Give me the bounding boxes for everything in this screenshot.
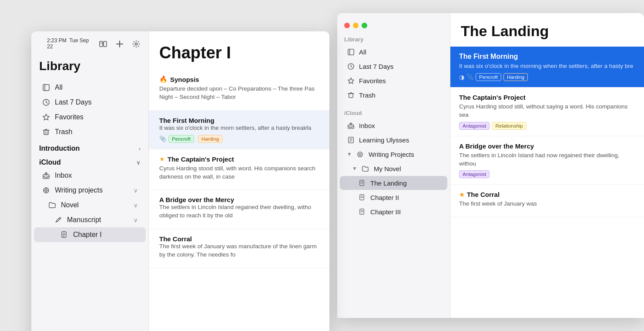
right-sidebar-chapter3[interactable]: Chapter III: [340, 205, 447, 219]
right-entry-first-morning[interactable]: The First Morning It was six o'clock in …: [450, 47, 644, 88]
add-icon[interactable]: [115, 40, 124, 48]
captains-header: ★ The Captain's Project: [159, 155, 319, 163]
right-corral-title: The Corral: [467, 191, 500, 198]
right-sidebar-mynovel[interactable]: ▼ My Novel: [340, 162, 447, 176]
first-morning-entry[interactable]: The First Morning It was six o'clock in …: [149, 111, 329, 149]
right-thelanding-label: The Landing: [370, 179, 406, 187]
right-entry-captains-project[interactable]: The Captain's Project Cyrus Harding stoo…: [450, 88, 644, 136]
book-icon: [347, 48, 355, 56]
writingprojects-label: Writing projects: [55, 186, 103, 194]
corral-title: The Corral: [159, 235, 319, 243]
svg-marker-11: [43, 114, 49, 120]
chapter1-label: Chapter I: [73, 231, 102, 239]
right-mynovel-label: My Novel: [374, 165, 401, 172]
right-main-panel: The Landing The First Morning It was six…: [450, 13, 644, 318]
right-sidebar: Library All Last 7 Days Favorites Trash: [337, 13, 450, 318]
right-library-label: Library: [337, 32, 450, 44]
star-outline-icon: [42, 113, 50, 122]
icloud-label: iCloud: [39, 159, 61, 166]
captains-body: Cyrus Harding stood still, with word. Hi…: [159, 165, 319, 181]
sidebar-item-all[interactable]: All: [34, 80, 146, 95]
clock-icon: [347, 62, 355, 70]
circle-progress-icon: ◑: [459, 74, 464, 81]
right-corral-body: The first week of January was: [459, 200, 635, 208]
captains-title: The Captain's Project: [168, 155, 234, 163]
right-learningulysses-label: Learning Ulysses: [359, 136, 409, 144]
writingprojects-chevron: ∨: [134, 187, 138, 194]
left-window: 2:23 PM Tue Sep 22 Library All: [31, 31, 329, 331]
novel-chevron: ∨: [134, 202, 138, 209]
right-relationship-tag: Relationship: [492, 122, 526, 130]
right-inbox-label: Inbox: [359, 122, 375, 129]
doc-icon: [358, 179, 366, 187]
svg-point-5: [135, 43, 138, 45]
projects-icon: [356, 150, 364, 158]
synopsis-entry[interactable]: 🔥 Synopsis Departure decided upon – Co P…: [149, 69, 329, 111]
introduction-label: Introduction: [39, 145, 80, 152]
right-sidebar-all[interactable]: All: [340, 45, 447, 59]
right-sidebar-inbox[interactable]: Inbox: [340, 118, 447, 132]
captains-project-entry[interactable]: ★ The Captain's Project Cyrus Harding st…: [149, 149, 329, 190]
sidebar-item-novel[interactable]: Novel ∨: [34, 198, 146, 213]
synopsis-body: Departure decided upon – Co Preparations…: [159, 85, 319, 101]
folder-icon: [48, 201, 57, 209]
novel-label: Novel: [61, 201, 79, 209]
icloud-section-header[interactable]: iCloud ∨: [31, 154, 148, 168]
right-bridge-body: The settlers in Lincoln Island had now r…: [459, 152, 635, 168]
bridge-entry[interactable]: A Bridge over the Mercy The settlers in …: [149, 190, 329, 229]
all-label: All: [55, 84, 63, 91]
right-sidebar-learningulysses[interactable]: Learning Ulysses: [340, 133, 447, 147]
corral-body: The first week of January was manufactur…: [159, 243, 319, 259]
top-bar: 2:23 PM Tue Sep 22: [31, 31, 148, 55]
settings-icon[interactable]: [132, 40, 141, 48]
chapter-title: Chapter I: [149, 31, 329, 69]
right-window: Library All Last 7 Days Favorites Trash: [337, 13, 644, 318]
library-section: All Last 7 Days Favorites Trash: [31, 79, 148, 140]
right-sidebar-last7days[interactable]: Last 7 Days: [340, 59, 447, 73]
minimize-button[interactable]: [353, 23, 359, 28]
notebook-icon: [347, 136, 355, 144]
maximize-button[interactable]: [362, 23, 367, 28]
chapter-panel: Chapter I 🔥 Synopsis Departure decided u…: [149, 31, 329, 331]
sidebar-toggle-icon[interactable]: [99, 40, 107, 48]
right-entry-bridge[interactable]: A Bridge over the Mercy The settlers in …: [450, 136, 644, 185]
inbox-icon: [42, 171, 50, 180]
trash-icon: [347, 91, 355, 99]
sidebar-item-writingprojects[interactable]: Writing projects ∨: [34, 183, 146, 198]
right-sidebar-favorites[interactable]: Favorites: [340, 74, 447, 88]
sidebar-item-favorites[interactable]: Favorites: [34, 110, 146, 125]
right-captains-title: The Captain's Project: [459, 94, 635, 101]
sidebar-item-last7days[interactable]: Last 7 Days: [34, 95, 146, 110]
corral-entry[interactable]: The Corral The first week of January was…: [149, 229, 329, 268]
right-sidebar-writingprojects[interactable]: ▼ Writing Projects: [340, 147, 447, 161]
synopsis-header: 🔥 Synopsis: [159, 75, 319, 83]
right-captains-tags: Antagonist Relationship: [459, 122, 635, 130]
corral-star-icon: ★: [459, 191, 465, 198]
introduction-chevron: ›: [139, 145, 141, 152]
right-antagonist-tag: Antagonist: [459, 122, 490, 130]
trash-icon: [42, 128, 50, 136]
sidebar-item-chapter1[interactable]: Chapter I: [34, 227, 146, 242]
sidebar-item-trash[interactable]: Trash: [34, 125, 146, 139]
right-icloud-label: iCloud: [337, 105, 450, 118]
right-sidebar-thelanding[interactable]: The Landing: [340, 176, 447, 190]
window-controls: [337, 17, 450, 32]
sidebar-item-inbox[interactable]: Inbox: [34, 168, 146, 183]
pencroft-tag: Pencroft: [168, 135, 194, 143]
sidebar-item-manuscript[interactable]: Manuscript ∨: [34, 213, 146, 227]
first-morning-tags: 📎 Pencroft Harding: [159, 135, 319, 143]
harding-tag: Harding: [198, 135, 222, 143]
right-sidebar-chapter2[interactable]: Chapter II: [340, 190, 447, 204]
introduction-section-header[interactable]: Introduction ›: [31, 140, 148, 154]
status-bar: 2:23 PM Tue Sep 22: [39, 37, 99, 50]
svg-rect-36: [349, 93, 352, 97]
right-entry-corral[interactable]: ★ The Corral The first week of January w…: [450, 185, 644, 217]
close-button[interactable]: [344, 23, 350, 28]
bridge-body: The settlers in Lincoln Island regained …: [159, 203, 319, 220]
right-corral-header: ★ The Corral: [459, 191, 635, 198]
svg-rect-1: [104, 41, 107, 47]
right-sidebar-trash[interactable]: Trash: [340, 88, 447, 102]
svg-marker-35: [348, 78, 353, 83]
right-first-morning-tags: ◑ 📎 Pencroft Harding: [459, 73, 635, 81]
synopsis-flame-icon: 🔥: [159, 75, 168, 83]
